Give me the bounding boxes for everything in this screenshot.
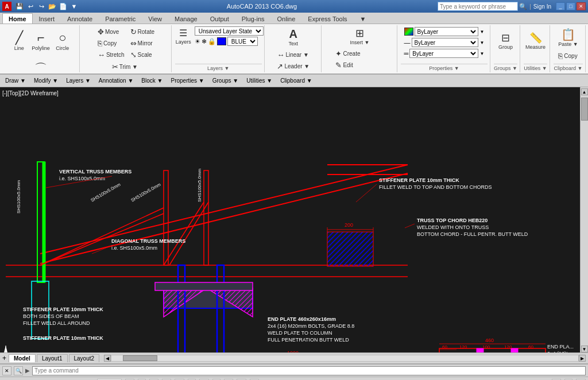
- svg-text:120: 120: [504, 344, 512, 350]
- qat-dropdown[interactable]: ▼: [69, 1, 79, 11]
- rotate-button[interactable]: ↻Rotate: [128, 26, 157, 37]
- tab-plugins[interactable]: Plug-ins: [235, 13, 271, 24]
- command-search-button[interactable]: 🔍: [14, 366, 23, 375]
- linear-button[interactable]: ↔Linear ▼: [274, 49, 312, 60]
- edit-block-icon: ✎: [335, 61, 342, 69]
- vscroll-down-button[interactable]: ▼: [581, 346, 588, 352]
- group-button[interactable]: ⊟ Group: [496, 26, 515, 56]
- ribbon-group-utilities: 📏 Measure Utilities ▼: [521, 25, 550, 72]
- drawing-svg: [-][Top][2D Wireframe]: [0, 87, 580, 352]
- vertical-scrollbar[interactable]: ▲ ▼: [580, 87, 588, 352]
- modify-col1: ✥Move ⎘Copy ↔Stretch: [95, 26, 127, 60]
- hscroll-thumb[interactable]: [123, 355, 157, 361]
- hscroll-right-button[interactable]: ▶: [579, 355, 586, 362]
- tab-model[interactable]: Model: [9, 354, 36, 362]
- signin-button[interactable]: Sign In: [533, 3, 551, 10]
- svg-text:STIFFENER PLATE 10mm THICK: STIFFENER PLATE 10mm THICK: [23, 335, 103, 341]
- copy-clipboard-button[interactable]: ⎘Copy: [556, 51, 580, 61]
- insert-button[interactable]: ⊞ Insert ▼: [347, 26, 372, 47]
- stretch-button[interactable]: ↔Stretch: [95, 49, 127, 60]
- tab-annotate[interactable]: Annotate: [61, 13, 99, 24]
- close-button[interactable]: ✕: [577, 2, 586, 10]
- maximize-button[interactable]: □: [566, 2, 575, 10]
- scale-button[interactable]: ⤡Scale: [128, 49, 157, 60]
- qat-save[interactable]: 💾: [14, 1, 25, 11]
- qat-open[interactable]: 📂: [47, 1, 57, 11]
- paste-icon: 📋: [561, 29, 575, 40]
- tab-view[interactable]: View: [142, 13, 168, 24]
- measure-button[interactable]: 📏 Measure: [523, 26, 548, 56]
- command-bar: ✕ 🔍 ▶: [0, 364, 588, 377]
- hscroll-track[interactable]: [111, 355, 579, 362]
- tab-layout1[interactable]: Layout1: [37, 354, 68, 362]
- move-icon: ✥: [98, 28, 104, 36]
- search-input[interactable]: [438, 2, 518, 11]
- svg-text:60: 60: [528, 344, 533, 350]
- text-button[interactable]: A Text: [284, 26, 303, 48]
- create-block-button[interactable]: ✦Create: [333, 48, 386, 59]
- trim-button[interactable]: ✂Trim ▼: [110, 61, 143, 72]
- paste-button[interactable]: 📋 Paste ▼: [556, 26, 580, 49]
- line-button[interactable]: ╱ Line: [10, 26, 28, 56]
- layer-color-select[interactable]: BLUE: [227, 37, 258, 46]
- qat-new[interactable]: 📄: [58, 1, 68, 11]
- toolbar-annotation[interactable]: Annotation ▼: [96, 76, 137, 85]
- toolbar-draw[interactable]: Draw ▼: [2, 76, 29, 85]
- layer-lock-icon[interactable]: 🔒: [208, 38, 216, 45]
- tab-more[interactable]: ▼: [354, 13, 373, 24]
- toolbar-modify[interactable]: Modify ▼: [31, 76, 61, 85]
- tab-home[interactable]: Home: [2, 13, 33, 24]
- layer-state-select[interactable]: Unsaved Layer State: [195, 26, 264, 36]
- canvas-area[interactable]: [-][Top][2D Wireframe]: [0, 87, 580, 352]
- hscroll-left-button[interactable]: ◀: [104, 355, 111, 362]
- tab-output[interactable]: Output: [204, 13, 235, 24]
- user-separator: |: [529, 3, 531, 10]
- tab-parametric[interactable]: Parametric: [99, 13, 142, 24]
- tab-manage[interactable]: Manage: [168, 13, 204, 24]
- arc-button[interactable]: ⌒ Arc: [32, 57, 50, 75]
- linetype-by-layer-select[interactable]: ByLayer: [412, 38, 478, 47]
- tab-layout2[interactable]: Layout2: [69, 354, 100, 362]
- svg-text:[-][Top][2D Wireframe]: [-][Top][2D Wireframe]: [2, 90, 59, 96]
- layer-color-box[interactable]: [217, 37, 226, 45]
- leader-button[interactable]: ↗Leader ▼: [274, 61, 312, 72]
- search-icon[interactable]: 🔍: [519, 3, 527, 10]
- layer-freeze-icon[interactable]: ❄: [202, 38, 207, 45]
- qat-redo[interactable]: ↪: [36, 1, 47, 11]
- toolbar-utilities[interactable]: Utilities ▼: [243, 76, 275, 85]
- color-by-layer-select[interactable]: ByLayer: [415, 27, 478, 36]
- tab-express[interactable]: Express Tools: [301, 13, 353, 24]
- edit-block-button[interactable]: ✎Edit: [333, 60, 386, 71]
- group-icon: ⊟: [501, 33, 510, 43]
- layer-row: ☀ ❄ 🔒 BLUE: [195, 36, 264, 46]
- toolbar-block[interactable]: Block ▼: [138, 76, 165, 85]
- minimize-button[interactable]: _: [556, 2, 565, 10]
- toolbar-layers[interactable]: Layers ▼: [63, 76, 94, 85]
- layer-manager-button[interactable]: ☰ Layers: [173, 26, 194, 46]
- ribbon-group-block: ⊞ Insert ▼ ✦Create ✎Edit ≡Edit Attribute…: [323, 25, 397, 72]
- move-button[interactable]: ✥Move: [95, 26, 127, 37]
- ribbon-group-properties: ByLayer ▼ — ByLayer ▼ ═ ByLayer ▼ Proper…: [399, 25, 490, 72]
- svg-text:FILLET WELD TO TOP AND BOTTOM : FILLET WELD TO TOP AND BOTTOM CHORDS: [379, 184, 492, 190]
- qat-undo[interactable]: ↩: [25, 1, 36, 11]
- tab-insert[interactable]: Insert: [33, 13, 61, 24]
- vscroll-up-button[interactable]: ▲: [581, 88, 588, 95]
- toolbar-clipboard[interactable]: Clipboard ▼: [277, 76, 315, 85]
- layer-visible-icon[interactable]: ☀: [195, 38, 200, 45]
- command-close-button[interactable]: ✕: [2, 366, 11, 375]
- toolbar-groups[interactable]: Groups ▼: [210, 76, 241, 85]
- svg-text:2x4 (16)!: 2x4 (16)!: [547, 351, 568, 352]
- new-tab-button[interactable]: +: [2, 354, 6, 362]
- mirror-button[interactable]: ⇔Mirror: [128, 38, 157, 49]
- ribbon-group-clipboard: 📋 Paste ▼ ⎘Copy Clipboard ▼: [551, 25, 586, 72]
- polyline-button[interactable]: ⌐ Polyline: [29, 26, 52, 56]
- command-input[interactable]: [32, 366, 586, 375]
- lineweight-by-layer-select[interactable]: ByLayer: [409, 49, 478, 58]
- vscroll-thumb[interactable]: [581, 98, 588, 121]
- tab-online[interactable]: Online: [271, 13, 302, 24]
- prop-color-box-1: [404, 28, 413, 36]
- copy-button[interactable]: ⎘Copy: [95, 38, 127, 49]
- linetype-icon: —: [404, 39, 411, 46]
- toolbar-properties[interactable]: Properties ▼: [168, 76, 207, 85]
- circle-button[interactable]: ○ Circle: [53, 26, 72, 56]
